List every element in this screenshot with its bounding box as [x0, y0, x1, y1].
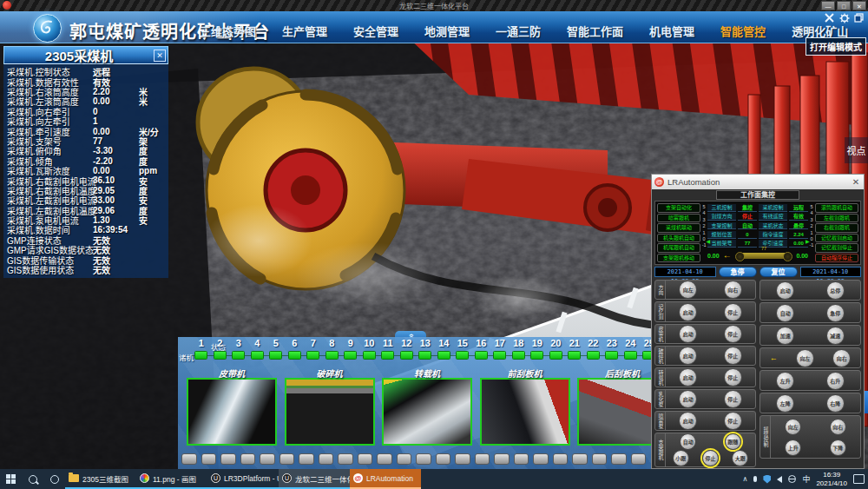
- microphone-icon[interactable]: [753, 476, 757, 482]
- control-button[interactable]: 急停: [826, 304, 845, 322]
- control-button[interactable]: 向左: [796, 349, 814, 367]
- control-button[interactable]: 减速: [826, 327, 845, 345]
- control-button[interactable]: 左升: [776, 372, 794, 390]
- close-button[interactable]: ✕: [852, 1, 866, 10]
- filmstrip-cell[interactable]: [377, 453, 392, 465]
- taskbar-item-4[interactable]: @LRAutomation: [350, 469, 421, 489]
- filmstrip-cell[interactable]: [631, 453, 647, 465]
- control-button[interactable]: 启动: [679, 368, 697, 387]
- filmstrip-cell[interactable]: [240, 453, 256, 465]
- control-button[interactable]: 自动: [680, 433, 696, 450]
- nav-item-6[interactable]: 机电管理: [649, 23, 694, 39]
- automation-func-button[interactable]: 支架自动化: [657, 203, 700, 213]
- filmstrip-cell[interactable]: [299, 453, 314, 465]
- control-button[interactable]: 自动: [776, 304, 794, 322]
- filmstrip-cell[interactable]: [279, 453, 295, 465]
- automation-func-button[interactable]: 左截割跟机: [815, 214, 858, 223]
- control-button[interactable]: 向右: [832, 349, 851, 367]
- automation-func-button[interactable]: 记忆截割停止: [815, 243, 858, 253]
- taskbar-clock[interactable]: 16:39 2021/4/10: [816, 471, 847, 488]
- control-button[interactable]: 跟随: [725, 433, 741, 450]
- speaker-icon[interactable]: [777, 476, 782, 483]
- minimize-button[interactable]: —: [821, 1, 835, 10]
- nav-item-2[interactable]: 安全管理: [353, 23, 398, 39]
- filmstrip-cell[interactable]: [514, 453, 529, 465]
- search-button[interactable]: [22, 469, 43, 489]
- lrautomation-titlebar[interactable]: @ LRAutomation ✕: [652, 175, 864, 189]
- gear-icon[interactable]: [838, 12, 850, 23]
- filmstrip-cell[interactable]: [201, 453, 217, 465]
- control-button[interactable]: 停止: [724, 368, 742, 387]
- nav-item-5[interactable]: 智能工作面: [567, 23, 623, 39]
- control-button[interactable]: 启动: [776, 281, 794, 300]
- automation-func-button[interactable]: 滚筒跟机自动: [815, 203, 858, 213]
- chevron-up-icon[interactable]: ∧: [743, 475, 748, 483]
- control-button[interactable]: 停止: [724, 412, 742, 430]
- control-button[interactable]: 加速: [776, 327, 794, 345]
- taskbar-item-0[interactable]: 2305三维截图: [65, 469, 136, 489]
- notification-center-icon[interactable]: [853, 474, 865, 484]
- control-button[interactable]: 下降: [830, 439, 846, 456]
- control-button[interactable]: 上升: [785, 439, 801, 456]
- filmstrip-cell[interactable]: [533, 453, 549, 465]
- control-button[interactable]: 启动: [679, 412, 697, 430]
- emergency-stop-button[interactable]: 急停: [719, 267, 757, 277]
- automation-func-button[interactable]: 机尾跟机自动: [657, 243, 700, 253]
- control-button[interactable]: 右降: [826, 394, 845, 413]
- filmstrip-cell[interactable]: [475, 453, 490, 465]
- control-button[interactable]: 停止: [724, 390, 742, 408]
- filmstrip-cell[interactable]: [358, 453, 373, 465]
- filmstrip-cell[interactable]: [338, 453, 353, 465]
- control-button[interactable]: 右升: [826, 372, 845, 390]
- automation-func-button[interactable]: 喷雾跟机: [657, 214, 700, 223]
- filmstrip-cell[interactable]: [455, 453, 470, 465]
- maximize-button[interactable]: □: [837, 1, 851, 10]
- control-button[interactable]: 左降: [776, 394, 794, 413]
- nav-item-7[interactable]: 智能管控: [720, 23, 766, 39]
- filmstrip-cell[interactable]: [220, 453, 236, 465]
- restore-window-icon[interactable]: [853, 12, 865, 23]
- control-button[interactable]: 停止: [724, 347, 742, 365]
- control-button[interactable]: 向左: [785, 419, 801, 435]
- filmstrip-cell[interactable]: [494, 453, 510, 465]
- control-button[interactable]: 向左: [679, 281, 697, 299]
- control-button[interactable]: 启动: [679, 347, 697, 365]
- nav-item-1[interactable]: 生产管理: [282, 23, 327, 39]
- automation-func-button[interactable]: 机头跟机自动: [657, 234, 700, 243]
- filmstrip-cell[interactable]: [436, 453, 451, 465]
- filmstrip-cell[interactable]: [181, 453, 197, 465]
- control-button[interactable]: 大跟: [732, 450, 748, 466]
- taskbar-item-2[interactable]: ULR3DPlatform - U...: [207, 469, 279, 489]
- task-view-button[interactable]: [43, 469, 65, 489]
- taskbar-item-1[interactable]: 11.png - 画图: [136, 469, 207, 489]
- open-edit-mode-button[interactable]: 打开编辑模式: [806, 37, 866, 56]
- automation-func-button[interactable]: 记忆截割启动: [815, 234, 858, 243]
- taskbar-item-3[interactable]: U龙软二三维一体化...: [279, 469, 350, 489]
- filmstrip-cell[interactable]: [592, 453, 608, 465]
- close-icon[interactable]: ✕: [154, 50, 166, 62]
- control-button[interactable]: 向右: [724, 281, 742, 299]
- camera-thumb[interactable]: [285, 378, 375, 446]
- filmstrip-cell[interactable]: [572, 453, 588, 465]
- control-button[interactable]: 小跟: [673, 450, 689, 466]
- control-button[interactable]: 启动: [679, 325, 697, 343]
- close-icon[interactable]: ✕: [851, 177, 861, 187]
- automation-func-button[interactable]: 采煤机联动: [657, 223, 700, 233]
- reset-button[interactable]: 复位: [760, 267, 798, 277]
- control-button[interactable]: 启动: [679, 303, 697, 321]
- camera-thumb[interactable]: [480, 378, 570, 446]
- filmstrip-cell[interactable]: [260, 453, 275, 465]
- nav-item-4[interactable]: 一通三防: [496, 23, 541, 39]
- ime-indicator[interactable]: 中: [802, 473, 810, 485]
- camera-thumb[interactable]: [382, 378, 472, 446]
- filmstrip-cell[interactable]: [397, 453, 412, 465]
- automation-func-button[interactable]: 支架跟机移动: [657, 254, 700, 263]
- nav-item-3[interactable]: 地测管理: [424, 23, 470, 39]
- control-button[interactable]: 启动: [679, 390, 697, 408]
- filmstrip-cell[interactable]: [416, 453, 431, 465]
- automation-func-button[interactable]: 右截割跟机: [815, 223, 858, 233]
- control-button[interactable]: 停止: [702, 450, 719, 466]
- filmstrip-cell[interactable]: [553, 453, 569, 465]
- filmstrip-cell[interactable]: [319, 453, 334, 465]
- network-icon[interactable]: [788, 475, 796, 483]
